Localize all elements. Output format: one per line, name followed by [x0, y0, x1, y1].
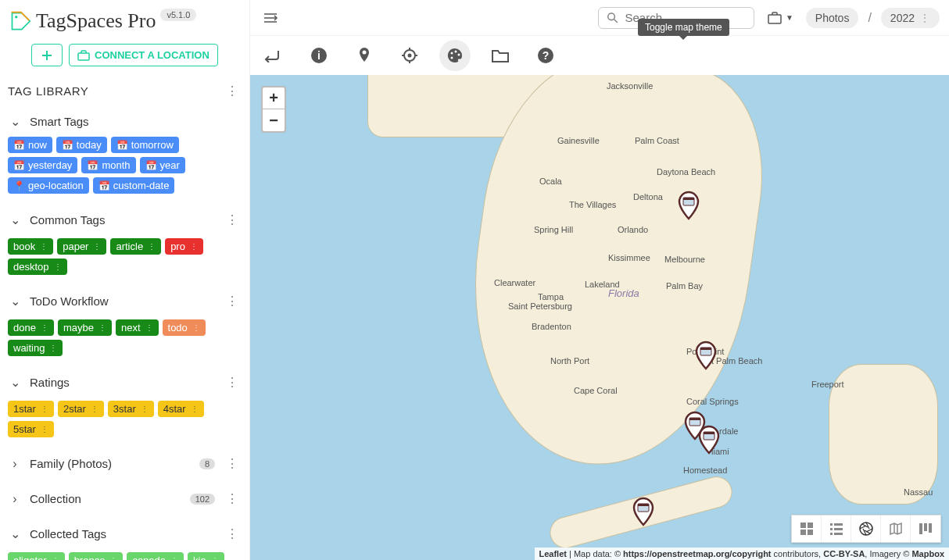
- group-menu[interactable]: ⋮: [223, 209, 242, 230]
- tag-1star[interactable]: 1star⋮: [8, 401, 54, 417]
- tag-label: yesterday: [28, 159, 72, 171]
- help-button[interactable]: ?: [530, 40, 561, 71]
- group-header[interactable]: ⌄Common Tags⋮: [8, 205, 242, 235]
- folder-button[interactable]: [485, 40, 516, 71]
- tag-label: article: [116, 241, 143, 252]
- group-header[interactable]: ›Collection102⋮: [8, 483, 242, 514]
- tag-maybe[interactable]: maybe⋮: [58, 319, 112, 336]
- calendar-icon: 📅: [116, 140, 128, 151]
- theme-button[interactable]: [439, 40, 471, 71]
- tag-5star[interactable]: 5star⋮: [8, 421, 54, 437]
- zoom-in-button[interactable]: +: [263, 87, 285, 109]
- logo-row: TagSpaces Pro v5.1.0: [8, 6, 242, 39]
- tag-kia[interactable]: kia⋮: [188, 552, 224, 560]
- tag-paper[interactable]: paper⋮: [57, 238, 106, 255]
- zoom-out-button[interactable]: −: [263, 109, 285, 131]
- city-label: Palm Coast: [635, 136, 679, 145]
- group-header[interactable]: ⌄ToDo Workflow⋮: [8, 286, 242, 316]
- map-view[interactable]: JacksonvilleGainesvillePalm CoastOcalaDa…: [250, 75, 949, 560]
- city-label: Cape Coral: [574, 386, 618, 395]
- count-badge: 8: [199, 458, 215, 469]
- tag-todo[interactable]: todo⋮: [163, 319, 206, 336]
- aperture-icon: [858, 521, 874, 537]
- tag-waiting[interactable]: waiting⋮: [8, 340, 63, 356]
- map-marker[interactable]: [694, 341, 718, 370]
- tag-desktop[interactable]: desktop⋮: [8, 259, 67, 275]
- view-mode-control: [791, 515, 941, 543]
- tag-library-menu[interactable]: ⋮: [223, 80, 242, 102]
- tag-year[interactable]: 📅year: [140, 157, 185, 173]
- group-title: Collection: [30, 492, 182, 505]
- tag-2star[interactable]: 2star⋮: [58, 401, 104, 417]
- help-icon: ?: [536, 46, 555, 65]
- locate-button[interactable]: [394, 40, 425, 71]
- tag-tomorrow[interactable]: 📅tomorrow: [111, 137, 179, 153]
- toggle-sidebar-button[interactable]: [260, 9, 281, 27]
- tag-pro[interactable]: pro⋮: [165, 238, 203, 255]
- aperture-view-button[interactable]: [851, 515, 881, 542]
- tag-geo-location[interactable]: 📍geo-location: [8, 177, 89, 194]
- breadcrumb-root[interactable]: Photos: [806, 8, 859, 28]
- tag-now[interactable]: 📅now: [8, 137, 52, 153]
- main-area: ▼ Photos / 2022⋮ Toggle map theme i ? Ja…: [250, 0, 949, 560]
- group-menu[interactable]: ⋮: [223, 291, 242, 312]
- tag-article[interactable]: article⋮: [110, 238, 161, 255]
- tag-menu-icon: ⋮: [91, 405, 98, 413]
- tag-month[interactable]: 📅month: [81, 157, 135, 173]
- map-marker[interactable]: [632, 497, 655, 526]
- map-marker[interactable]: [697, 425, 721, 455]
- info-button[interactable]: i: [303, 40, 335, 71]
- group-header[interactable]: ⌄Collected Tags⋮: [8, 519, 242, 549]
- map-marker[interactable]: [677, 191, 700, 220]
- tag-today[interactable]: 📅today: [56, 137, 107, 153]
- city-label: Gainesville: [557, 136, 600, 145]
- action-row: CONNECT A LOCATION: [8, 39, 242, 76]
- group-menu[interactable]: ⋮: [223, 523, 242, 544]
- tag-4star[interactable]: 4star⋮: [158, 401, 204, 417]
- group-menu[interactable]: ⋮: [223, 488, 242, 509]
- tag-done[interactable]: done⋮: [8, 319, 54, 336]
- tag-custom-date[interactable]: 📅custom-date: [93, 177, 175, 194]
- back-button[interactable]: [260, 45, 283, 66]
- tag-label: bronco: [74, 555, 106, 560]
- map-view-button[interactable]: [881, 515, 911, 542]
- tag-aligator[interactable]: aligator⋮: [8, 552, 65, 560]
- new-menu[interactable]: ▼: [764, 8, 797, 28]
- tags-container: 📅now📅today📅tomorrow📅yesterday📅month📅year…: [8, 134, 242, 200]
- columns-icon: [919, 522, 933, 536]
- tag-yesterday[interactable]: 📅yesterday: [8, 157, 77, 173]
- folder-icon: [491, 48, 510, 63]
- tag-book[interactable]: book⋮: [8, 238, 53, 255]
- grid-view-button[interactable]: [792, 515, 822, 542]
- svg-rect-34: [808, 530, 813, 535]
- tag-bronco[interactable]: bronco⋮: [69, 552, 124, 560]
- breadcrumb-current[interactable]: 2022⋮: [881, 8, 940, 28]
- svg-point-0: [15, 16, 18, 19]
- tag-next[interactable]: next⋮: [116, 319, 159, 336]
- tag-library-header: TAG LIBRARY ⋮: [8, 76, 242, 106]
- group-header[interactable]: ⌄Smart Tags: [8, 109, 242, 134]
- add-button[interactable]: [31, 44, 63, 66]
- svg-rect-38: [834, 528, 843, 530]
- list-view-button[interactable]: [822, 515, 851, 542]
- calendar-icon: 📅: [62, 140, 73, 151]
- tag-3star[interactable]: 3star⋮: [108, 401, 154, 417]
- city-label: Coral Springs: [686, 397, 739, 406]
- kanban-view-button[interactable]: [911, 515, 940, 542]
- group-menu[interactable]: ⋮: [223, 453, 242, 474]
- zoom-control: + −: [261, 86, 286, 133]
- group-header[interactable]: ›Family (Photos)8⋮: [8, 448, 242, 479]
- group-header[interactable]: ⌄Ratings⋮: [8, 367, 242, 398]
- group-menu[interactable]: ⋮: [223, 372, 242, 393]
- tag-canada[interactable]: canada⋮: [127, 552, 184, 560]
- map-toolbar: Toggle map theme i ?: [250, 36, 949, 75]
- connect-location-button[interactable]: CONNECT A LOCATION: [69, 44, 218, 66]
- map-attribution: Leaflet | Map data: © https://openstreet…: [535, 548, 950, 560]
- city-label: The Villages: [569, 200, 616, 209]
- svg-rect-35: [830, 523, 833, 526]
- tag-label: book: [13, 241, 35, 252]
- city-label: rdale: [719, 426, 738, 436]
- tag-menu-icon: ⋮: [54, 262, 62, 271]
- tag-group: ›Collection102⋮: [8, 480, 242, 515]
- pin-button[interactable]: [349, 40, 380, 71]
